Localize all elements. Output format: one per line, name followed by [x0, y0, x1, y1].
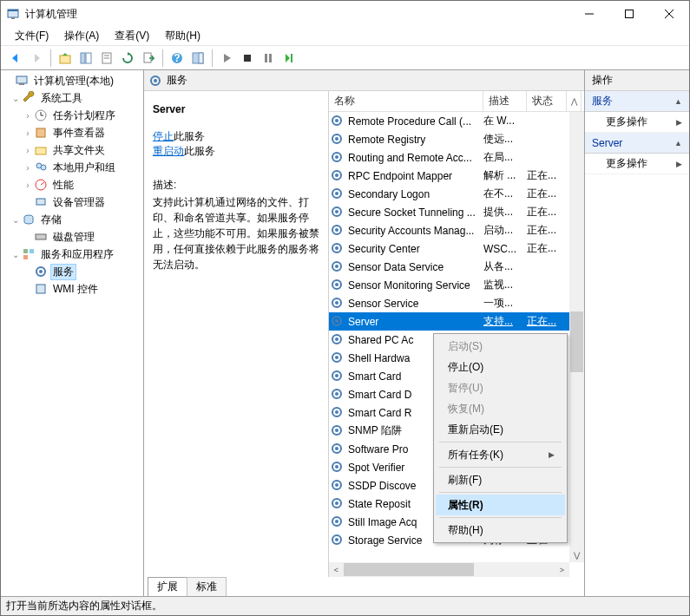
scroll-right-arrow[interactable]: >	[555, 562, 569, 577]
tree-systools[interactable]: ⌄ 系统工具	[1, 89, 143, 107]
scroll-left-arrow[interactable]: <	[329, 562, 344, 577]
menu-help[interactable]: 帮助(H)	[158, 27, 207, 45]
tree-storage[interactable]: ⌄存储	[1, 211, 143, 228]
ctx-resume[interactable]: 恢复(M)	[436, 398, 565, 419]
vertical-scrollbar[interactable]: ⋁	[569, 112, 584, 562]
tree-services[interactable]: 服务	[1, 263, 143, 280]
tree-shared[interactable]: ›共享文件夹	[1, 141, 143, 159]
service-row[interactable]: Security CenterWSC...正在...	[329, 239, 584, 258]
ctx-pause[interactable]: 暂停(U)	[436, 377, 565, 398]
action-more-1[interactable]: 更多操作▶	[585, 112, 689, 133]
menu-view[interactable]: 查看(V)	[108, 27, 156, 45]
minimize-button[interactable]	[569, 1, 609, 27]
pause-button[interactable]	[259, 49, 278, 68]
stop-button[interactable]	[238, 49, 257, 68]
ctx-restart[interactable]: 重新启动(E)	[436, 419, 565, 440]
tree-devmgr[interactable]: 设备管理器	[1, 193, 143, 211]
forward-button[interactable]	[27, 49, 46, 68]
back-button[interactable]	[6, 49, 25, 68]
expand-icon[interactable]: ›	[22, 163, 34, 173]
statusbar: 打开当前所选内容的属性对话框。	[1, 596, 689, 615]
expand-icon[interactable]: ›	[22, 111, 34, 121]
svg-rect-33	[36, 199, 45, 205]
ctx-refresh[interactable]: 刷新(F)	[436, 469, 565, 490]
tree-eventviewer[interactable]: ›事件查看器	[1, 124, 143, 141]
svg-point-30	[41, 165, 46, 170]
gear-icon	[331, 406, 345, 420]
horizontal-scrollbar[interactable]: < >	[329, 562, 569, 577]
tree-users[interactable]: ›本地用户和组	[1, 159, 143, 176]
close-button[interactable]	[649, 1, 689, 27]
service-row[interactable]: Sensor Monitoring Service监视...	[329, 276, 584, 294]
scroll-down-arrow[interactable]: ⋁	[569, 547, 584, 562]
service-name-cell: Routing and Remote Acc...	[348, 152, 483, 164]
collapse-icon[interactable]: ⌄	[10, 215, 22, 225]
ctx-properties[interactable]: 属性(R)	[436, 495, 565, 515]
service-row[interactable]: Server支持...正在...	[329, 312, 584, 331]
tab-extended[interactable]: 扩展	[148, 577, 187, 596]
ctx-help[interactable]: 帮助(H)	[436, 520, 565, 541]
properties-button[interactable]	[97, 49, 116, 68]
play-button[interactable]	[217, 49, 236, 68]
ctx-start[interactable]: 启动(S)	[436, 336, 565, 357]
service-name-cell: Sensor Data Service	[348, 261, 483, 273]
tree-perf[interactable]: ›性能	[1, 176, 143, 193]
ctx-alltasks[interactable]: 所有任务(K)▶	[436, 444, 565, 465]
svg-point-87	[335, 501, 338, 505]
action-section-services[interactable]: 服务▲	[585, 91, 689, 112]
tree-root[interactable]: 计算机管理(本地)	[1, 72, 143, 89]
show-hide-tree-button[interactable]	[76, 49, 95, 68]
service-name-cell: RPC Endpoint Mapper	[348, 170, 483, 182]
service-row[interactable]: Routing and Remote Acc...在局...	[329, 148, 584, 167]
svg-point-91	[335, 538, 338, 541]
gear-icon	[331, 351, 345, 365]
expand-icon[interactable]: ›	[22, 146, 34, 155]
clock-icon	[34, 108, 48, 122]
maximize-button[interactable]	[609, 1, 649, 27]
svg-rect-38	[23, 255, 28, 259]
tree-diskmgr[interactable]: 磁盘管理	[1, 228, 143, 246]
scroll-thumb-h[interactable]	[344, 563, 474, 576]
svg-rect-35	[36, 234, 46, 239]
tree-wmi[interactable]: WMI 控件	[1, 280, 143, 298]
tab-standard[interactable]: 标准	[187, 577, 227, 596]
collapse-icon[interactable]: ⌄	[10, 250, 22, 259]
ctx-stop[interactable]: 停止(O)	[436, 357, 565, 377]
service-name-cell: Remote Procedure Call (...	[348, 115, 483, 128]
service-row[interactable]: Remote Registry使远...	[329, 130, 584, 148]
service-row[interactable]: Secondary Logon在不...正在...	[329, 185, 584, 203]
expand-icon[interactable]: ›	[22, 180, 34, 190]
tree-scheduler[interactable]: ›任务计划程序	[1, 107, 143, 124]
separator	[439, 442, 562, 442]
help-button[interactable]: ?	[168, 49, 187, 68]
col-desc[interactable]: 描述	[483, 91, 527, 111]
tree-panel[interactable]: 计算机管理(本地) ⌄ 系统工具 ›任务计划程序 ›事件查看器 ›共享文件夹 ›…	[1, 70, 144, 596]
tree-servapps[interactable]: ⌄服务和应用程序	[1, 246, 143, 263]
device-icon	[34, 195, 48, 209]
service-row[interactable]: Sensor Data Service从各...	[329, 258, 584, 276]
service-row[interactable]: Security Accounts Manag...启动...正在...	[329, 221, 584, 239]
window-title: 计算机管理	[25, 7, 569, 22]
scroll-thumb[interactable]	[570, 311, 583, 372]
action-section-server[interactable]: Server▲	[585, 133, 689, 154]
export-button[interactable]	[139, 49, 158, 68]
service-row[interactable]: Sensor Service一项...	[329, 294, 584, 312]
show-hide-action-button[interactable]	[188, 49, 207, 68]
menu-file[interactable]: 文件(F)	[8, 27, 56, 45]
action-more-2[interactable]: 更多操作▶	[585, 154, 689, 174]
refresh-button[interactable]	[118, 49, 137, 68]
svg-point-40	[39, 270, 43, 273]
menu-action[interactable]: 操作(A)	[57, 27, 106, 45]
service-row[interactable]: Remote Procedure Call (...在 W...	[329, 112, 584, 130]
collapse-icon[interactable]: ⌄	[10, 94, 22, 103]
expand-icon[interactable]: ›	[22, 128, 34, 138]
col-scroll-up[interactable]: ⋀	[567, 91, 582, 111]
restart-link[interactable]: 重启动	[153, 145, 184, 157]
stop-link[interactable]: 停止	[153, 130, 174, 142]
restart-button[interactable]	[279, 49, 299, 68]
service-row[interactable]: RPC Endpoint Mapper解析 ...正在...	[329, 167, 584, 185]
up-button[interactable]	[56, 49, 75, 68]
service-row[interactable]: Secure Socket Tunneling ...提供...正在...	[329, 203, 584, 221]
col-name[interactable]: 名称	[329, 91, 483, 111]
col-status[interactable]: 状态	[527, 91, 567, 111]
